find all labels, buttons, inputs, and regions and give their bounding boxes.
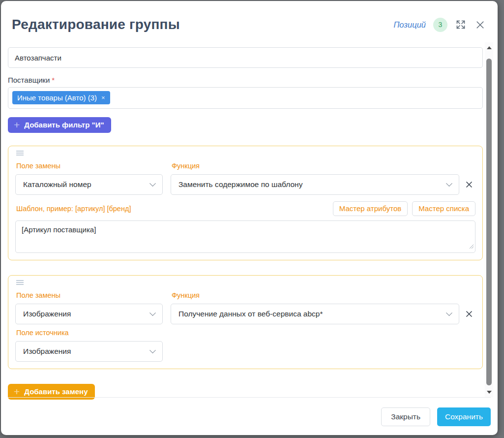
function-label: Функция bbox=[172, 162, 475, 170]
drag-handle-icon[interactable] bbox=[16, 150, 24, 157]
scrollbar-thumb[interactable] bbox=[486, 59, 492, 385]
vertical-scrollbar[interactable] bbox=[485, 42, 493, 397]
expand-fullscreen-icon[interactable] bbox=[455, 19, 467, 31]
template-label: Шаблон, пример: [артикул] [бренд] bbox=[16, 205, 131, 213]
scroll-down-arrow[interactable] bbox=[485, 388, 493, 396]
drag-handle-icon[interactable] bbox=[16, 279, 24, 287]
chevron-down-icon bbox=[446, 180, 452, 187]
replacement-card-2: Поле замены Изображения Функция Получени… bbox=[8, 275, 483, 369]
function-select[interactable]: Получение данных от веб-сервиса abcp* bbox=[171, 304, 459, 324]
chevron-down-icon bbox=[149, 347, 156, 353]
dialog-title: Редактирование группы bbox=[12, 17, 180, 32]
source-field-select[interactable]: Изображения bbox=[15, 341, 163, 362]
function-label: Функция bbox=[172, 291, 475, 299]
plus-icon: + bbox=[14, 122, 20, 128]
close-button[interactable]: Закрыть bbox=[381, 407, 430, 426]
suppliers-label: Поставщики* bbox=[8, 76, 483, 84]
header-actions: Позиций 3 bbox=[393, 18, 486, 32]
supplier-tag-label: Иные товары (Авто) (3) bbox=[17, 94, 97, 102]
chevron-down-icon bbox=[149, 310, 156, 316]
replacement-card-1: Поле замены Каталожный номер Функция Зам… bbox=[8, 146, 483, 260]
delete-replacement-button[interactable] bbox=[463, 304, 475, 324]
required-asterisk: * bbox=[52, 76, 55, 84]
save-button[interactable]: Сохранить bbox=[437, 407, 491, 426]
chevron-down-icon bbox=[446, 310, 452, 316]
group-name-input[interactable] bbox=[8, 47, 483, 68]
close-dialog-icon[interactable] bbox=[474, 19, 486, 31]
edit-group-dialog: Редактирование группы Позиций 3 Постав bbox=[1, 1, 498, 435]
field-label: Поле замены bbox=[16, 291, 163, 299]
supplier-tag: Иные товары (Авто) (3) × bbox=[12, 91, 110, 104]
dialog-header: Редактирование группы Позиций 3 bbox=[1, 1, 498, 43]
scroll-up-arrow[interactable] bbox=[485, 43, 493, 52]
suppliers-multiselect[interactable]: Иные товары (Авто) (3) × bbox=[8, 87, 483, 109]
replace-field-select[interactable]: Каталожный номер bbox=[15, 174, 163, 195]
chevron-down-icon bbox=[149, 180, 156, 187]
positions-link[interactable]: Позиций bbox=[393, 20, 426, 30]
add-and-filter-button[interactable]: + Добавить фильтр "И" bbox=[8, 117, 111, 133]
remove-tag-icon[interactable]: × bbox=[101, 94, 105, 101]
source-field-label: Поле источника bbox=[16, 329, 163, 337]
function-select[interactable]: Заменить содержимое по шаблону bbox=[171, 174, 459, 195]
dialog-body: Поставщики* Иные товары (Авто) (3) × + Д… bbox=[8, 43, 483, 400]
dialog-footer: Закрыть Сохранить bbox=[1, 397, 498, 435]
positions-count-badge: 3 bbox=[433, 18, 447, 32]
footer-divider bbox=[8, 397, 491, 398]
delete-replacement-button[interactable] bbox=[463, 174, 475, 195]
plus-icon: + bbox=[14, 388, 20, 395]
list-master-button[interactable]: Мастер списка bbox=[412, 201, 475, 216]
field-label: Поле замены bbox=[16, 162, 163, 170]
attribute-master-button[interactable]: Мастер атрибутов bbox=[333, 201, 408, 216]
template-textarea[interactable]: [Артикул поставщика] bbox=[15, 220, 475, 253]
replace-field-select[interactable]: Изображения bbox=[15, 304, 163, 324]
